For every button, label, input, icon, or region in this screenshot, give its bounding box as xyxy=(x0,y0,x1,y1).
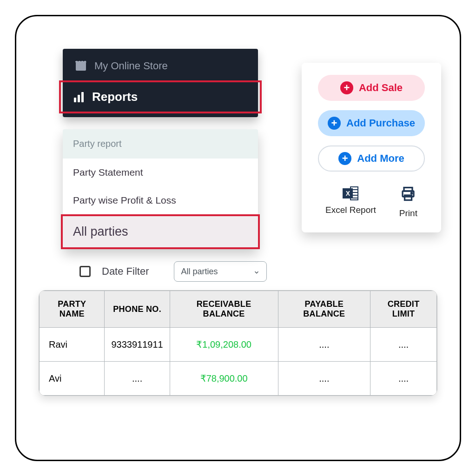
submenu-label: Party Statement xyxy=(73,167,143,178)
action-panel: + Add Sale + Add Purchase + Add More X xyxy=(302,63,441,232)
print-icon xyxy=(400,185,416,205)
submenu-item-all-parties[interactable]: All parties xyxy=(61,214,260,249)
excel-report-button[interactable]: X Excel Report xyxy=(325,185,376,218)
add-more-button[interactable]: + Add More xyxy=(318,145,425,172)
submenu-item-party-statement[interactable]: Party Statement xyxy=(63,159,258,186)
print-button[interactable]: Print xyxy=(399,185,417,218)
party-filter-dropdown[interactable]: All parties xyxy=(174,261,267,282)
cell-receivable: ₹1,09,208.00 xyxy=(170,328,278,362)
submenu-label: All parties xyxy=(73,225,128,238)
header-phone: PHONE NO. xyxy=(105,291,170,328)
cell-payable: .... xyxy=(278,328,370,362)
svg-point-3 xyxy=(411,192,412,193)
sidebar-store-label: My Online Store xyxy=(94,60,168,72)
filter-row: Date Filter All parties xyxy=(79,261,441,282)
table-header-row: PARTY NAME PHONE NO. RECEIVABLE BALANCE … xyxy=(40,291,437,328)
sidebar-reports-label: Reports xyxy=(92,90,138,104)
chevron-down-icon xyxy=(253,268,260,275)
add-purchase-button[interactable]: + Add Purchase xyxy=(318,110,425,136)
add-sale-label: Add Sale xyxy=(359,82,403,94)
svg-rect-2 xyxy=(405,195,412,200)
print-label: Print xyxy=(399,208,417,218)
export-row: X Excel Report Pr xyxy=(325,185,417,218)
header-credit: CREDIT LIMIT xyxy=(370,291,437,328)
cell-phone: 9333911911 xyxy=(105,328,170,362)
add-purchase-label: Add Purchase xyxy=(346,117,415,129)
submenu-item-profit-loss[interactable]: Party wise Profit & Loss xyxy=(63,186,258,214)
cell-receivable: ₹78,900.00 xyxy=(170,362,278,396)
report-submenu: Party report Party Statement Party wise … xyxy=(63,129,258,249)
dropdown-value: All parties xyxy=(181,267,218,277)
date-filter-checkbox[interactable] xyxy=(79,266,91,277)
table-row[interactable]: Ravi 9333911911 ₹1,09,208.00 .... .... xyxy=(40,328,437,362)
left-column: My Online Store Reports Party report Par… xyxy=(35,35,283,247)
excel-icon: X xyxy=(343,185,358,201)
table-row[interactable]: Avi .... ₹78,900.00 .... .... xyxy=(40,362,437,396)
submenu-label: Party wise Profit & Loss xyxy=(73,195,176,205)
date-filter-label: Date Filter xyxy=(102,265,149,278)
add-sale-button[interactable]: + Add Sale xyxy=(318,75,425,101)
plus-icon: + xyxy=(338,152,351,165)
cell-party-name: Ravi xyxy=(40,328,105,362)
cell-phone: .... xyxy=(105,362,170,396)
header-payable: PAYABLE BALANCE xyxy=(278,291,370,328)
sidebar: My Online Store Reports xyxy=(63,49,258,117)
bar-chart-icon xyxy=(74,92,84,102)
cell-credit: .... xyxy=(370,328,437,362)
top-row: My Online Store Reports Party report Par… xyxy=(35,35,441,247)
submenu-header: Party report xyxy=(63,129,258,159)
app-frame: My Online Store Reports Party report Par… xyxy=(15,15,461,461)
parties-table: PARTY NAME PHONE NO. RECEIVABLE BALANCE … xyxy=(39,290,437,396)
cell-payable: .... xyxy=(278,362,370,396)
cell-party-name: Avi xyxy=(40,362,105,396)
store-icon xyxy=(76,61,86,71)
sidebar-item-reports[interactable]: Reports xyxy=(59,80,262,113)
cell-credit: .... xyxy=(370,362,437,396)
right-column: + Add Sale + Add Purchase + Add More X xyxy=(302,35,441,232)
sidebar-item-store[interactable]: My Online Store xyxy=(63,53,258,79)
plus-icon: + xyxy=(340,81,353,94)
plus-icon: + xyxy=(328,117,341,130)
excel-label: Excel Report xyxy=(325,205,376,215)
header-receivable: RECEIVABLE BALANCE xyxy=(170,291,278,328)
add-more-label: Add More xyxy=(357,152,404,165)
header-party: PARTY NAME xyxy=(40,291,105,328)
